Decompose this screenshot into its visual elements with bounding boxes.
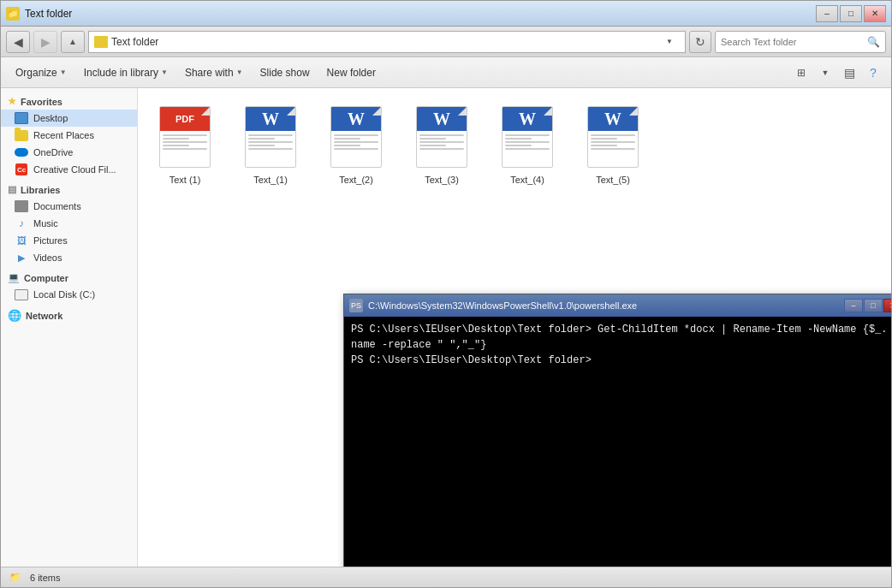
ps-line-2: PS C:\Users\IEUser\Desktop\Text folder> <box>351 353 891 368</box>
file-name: Text_(1) <box>253 175 288 185</box>
ps-title-text: C:\Windows\System32\WindowsPowerShell\v1… <box>368 300 637 311</box>
ps-content[interactable]: PS C:\Users\IEUser\Desktop\Text folder> … <box>344 317 891 567</box>
ps-maximize-button[interactable]: □ <box>864 299 883 312</box>
file-icon-word-2: W <box>326 103 386 171</box>
search-input[interactable] <box>721 37 864 47</box>
ps-title-bar: PS C:\Windows\System32\WindowsPowerShell… <box>344 294 891 317</box>
list-item[interactable]: W Text_(4) <box>489 97 566 191</box>
file-name: Text_(3) <box>425 175 459 185</box>
organize-label: Organize <box>15 67 57 79</box>
include-library-chevron: ▼ <box>161 68 168 76</box>
maximize-button[interactable]: □ <box>840 5 862 22</box>
list-item[interactable]: PDF Text (1) <box>146 97 223 191</box>
sidebar-item-desktop[interactable]: Desktop <box>1 110 137 127</box>
network-label: Network <box>26 311 62 321</box>
help-button[interactable]: ? <box>862 62 884 84</box>
sidebar-pictures-label: Pictures <box>33 235 68 246</box>
ps-line-1: PS C:\Users\IEUser\Desktop\Text folder> … <box>351 322 891 353</box>
ps-title-left: PS C:\Windows\System32\WindowsPowerShell… <box>349 299 637 312</box>
documents-icon <box>15 200 28 212</box>
forward-button[interactable]: ▶ <box>33 31 57 53</box>
file-area: PDF Text (1) <box>138 88 891 567</box>
ps-controls: – □ ✕ <box>844 299 891 312</box>
star-icon: ★ <box>8 96 16 107</box>
sidebar-computer-header[interactable]: 💻 Computer <box>1 270 137 286</box>
refresh-button[interactable]: ↻ <box>689 31 711 53</box>
share-with-label: Share with <box>185 67 234 79</box>
sidebar-network-header[interactable]: 🌐 Network <box>1 306 137 324</box>
file-name: Text_(5) <box>596 175 630 185</box>
address-text: Text folder <box>111 36 663 48</box>
organize-chevron: ▼ <box>60 68 67 76</box>
file-icon-word-5: W <box>583 103 643 171</box>
content-area: ★ Favorites Desktop Recent Places <box>1 88 891 567</box>
sidebar-item-documents[interactable]: Documents <box>1 198 137 215</box>
search-icon[interactable]: 🔍 <box>867 36 880 48</box>
sidebar-favorites-header[interactable]: ★ Favorites <box>1 93 137 110</box>
organize-button[interactable]: Organize ▼ <box>8 62 74 84</box>
sidebar-onedrive-label: OneDrive <box>33 147 73 157</box>
list-item[interactable]: W Text_(1) <box>232 97 309 191</box>
sidebar-item-onedrive[interactable]: OneDrive <box>1 144 137 161</box>
file-name: Text (1) <box>169 175 201 185</box>
sidebar-section-libraries: ▤ Libraries Documents ♪ Music <box>1 181 137 266</box>
slide-show-label: Slide show <box>260 67 310 79</box>
search-bar[interactable]: 🔍 <box>715 31 886 53</box>
view-options-button[interactable]: ⊞ <box>790 62 812 84</box>
creative-cloud-icon: Cc <box>15 163 28 175</box>
share-with-button[interactable]: Share with ▼ <box>177 62 251 84</box>
item-count: 6 items <box>30 573 60 583</box>
list-item[interactable]: W Text_(3) <box>403 97 480 191</box>
title-bar: 📁 Text folder – □ ✕ <box>1 1 891 27</box>
list-item[interactable]: W Text_(5) <box>574 97 651 191</box>
sidebar-section-favorites: ★ Favorites Desktop Recent Places <box>1 93 137 178</box>
videos-icon: ▶ <box>15 252 28 264</box>
up-button[interactable]: ▲ <box>61 31 85 53</box>
sidebar-item-creative-cloud[interactable]: Cc Creative Cloud Fil... <box>1 161 137 178</box>
libraries-label: Libraries <box>21 185 60 195</box>
sidebar-libraries-header[interactable]: ▤ Libraries <box>1 181 137 198</box>
status-folder-icon: 📁 <box>9 572 21 583</box>
title-bar-controls: – □ ✕ <box>816 5 886 22</box>
computer-header-icon: 💻 <box>8 272 20 283</box>
desktop-sidebar-icon <box>15 112 28 124</box>
include-in-library-button[interactable]: Include in library ▼ <box>76 62 175 84</box>
ps-icon: PS <box>349 299 363 312</box>
close-button[interactable]: ✕ <box>864 5 886 22</box>
recent-places-icon <box>15 129 28 141</box>
address-dropdown-arrow[interactable]: ▼ <box>666 38 680 45</box>
sidebar-local-disk-label: Local Disk (C:) <box>33 289 95 300</box>
minimize-button[interactable]: – <box>816 5 838 22</box>
ps-close-button[interactable]: ✕ <box>883 299 891 312</box>
slide-show-button[interactable]: Slide show <box>253 62 318 84</box>
sidebar-item-local-disk[interactable]: Local Disk (C:) <box>1 286 137 303</box>
details-pane-button[interactable]: ▤ <box>838 62 860 84</box>
onedrive-icon <box>15 146 28 158</box>
explorer-window: 📁 Text folder – □ ✕ ◀ ▶ ▲ Text folder ▼ … <box>0 0 892 588</box>
sidebar-item-music[interactable]: ♪ Music <box>1 215 137 232</box>
file-icon-word-3: W <box>412 103 472 171</box>
sidebar-item-videos[interactable]: ▶ Videos <box>1 249 137 266</box>
sidebar-item-pictures[interactable]: 🖼 Pictures <box>1 232 137 249</box>
sidebar-recent-label: Recent Places <box>33 130 94 140</box>
view-dropdown-button[interactable]: ▼ <box>814 62 836 84</box>
title-bar-folder-icon: 📁 <box>6 7 20 21</box>
status-bar: 📁 6 items <box>1 567 891 587</box>
title-bar-left: 📁 Text folder <box>6 7 72 21</box>
music-icon: ♪ <box>15 217 28 229</box>
pictures-icon: 🖼 <box>15 235 28 246</box>
address-bar[interactable]: Text folder ▼ <box>88 31 686 53</box>
file-grid: PDF Text (1) <box>146 97 883 191</box>
file-name: Text_(2) <box>339 175 373 185</box>
ps-minimize-button[interactable]: – <box>844 299 863 312</box>
back-button[interactable]: ◀ <box>6 31 30 53</box>
sidebar-item-recent-places[interactable]: Recent Places <box>1 127 137 144</box>
nav-bar: ◀ ▶ ▲ Text folder ▼ ↻ 🔍 <box>1 27 891 57</box>
new-folder-button[interactable]: New folder <box>319 62 384 84</box>
list-item[interactable]: W Text_(2) <box>318 97 395 191</box>
ps-icon-text: PS <box>351 301 361 310</box>
address-folder-icon <box>94 36 108 48</box>
powershell-window: PS C:\Windows\System32\WindowsPowerShell… <box>343 294 891 567</box>
new-folder-label: New folder <box>327 67 376 79</box>
sidebar-documents-label: Documents <box>33 201 81 211</box>
